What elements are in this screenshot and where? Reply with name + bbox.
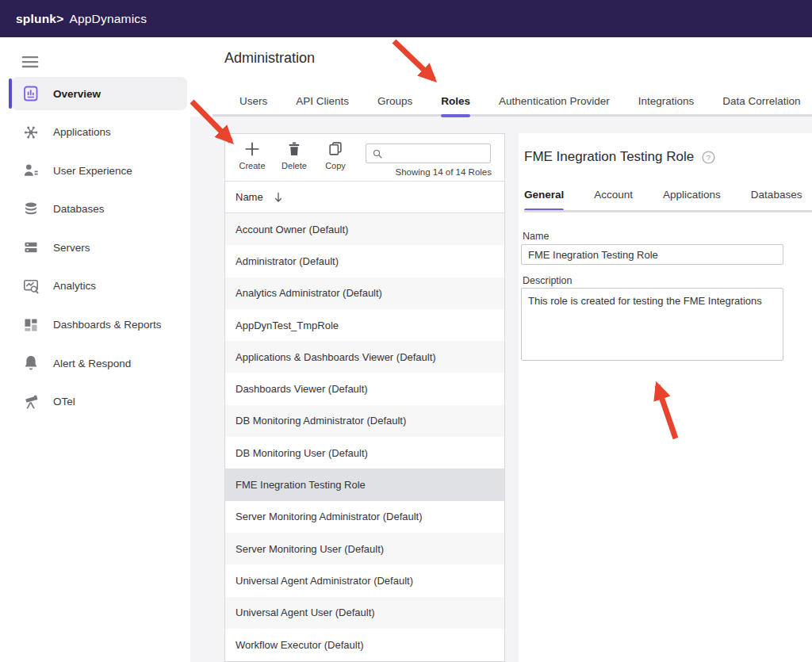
trash-icon: [285, 140, 303, 158]
tab-api-clients[interactable]: API Clients: [296, 95, 349, 117]
copy-icon: [327, 140, 344, 158]
role-row[interactable]: Analytics Administrator (Default): [225, 277, 504, 309]
detail-title-row: FME Inegration Testing Role ?: [524, 149, 716, 165]
showing-count-text: Showing 14 of 14 Roles: [396, 167, 492, 177]
role-row[interactable]: AppDynTest_TmpRole: [225, 309, 504, 341]
tab-data-correlation[interactable]: Data Correlation: [722, 95, 800, 117]
role-name: Applications & Dashboards Viewer (Defaul…: [236, 351, 436, 363]
user-experience-icon: [21, 161, 40, 180]
detail-tab-account[interactable]: Account: [594, 189, 633, 211]
role-name: Analytics Administrator (Default): [236, 287, 382, 299]
role-detail-title: FME Inegration Testing Role: [524, 149, 694, 165]
active-indicator: [9, 78, 12, 109]
create-button-label: Create: [239, 161, 265, 170]
name-column-header[interactable]: Name: [225, 182, 504, 213]
role-row[interactable]: Server Monitoring User (Default): [225, 533, 504, 564]
detail-tab-general[interactable]: General: [524, 189, 564, 211]
delete-button[interactable]: Delete: [275, 140, 313, 170]
tab-groups[interactable]: Groups: [377, 95, 412, 117]
role-name: DB Monitoring Administrator (Default): [236, 415, 406, 427]
sidebar-item-servers[interactable]: Servers: [11, 231, 187, 264]
splunk-logo: splunk>: [16, 12, 63, 25]
databases-icon: [21, 200, 40, 219]
admin-header: Administration UsersAPI ClientsGroupsRol…: [190, 37, 812, 117]
role-detail-panel: FME Inegration Testing Role ? GeneralAcc…: [519, 133, 812, 662]
name-column-label: Name: [236, 191, 263, 203]
roles-search-box: [366, 143, 491, 163]
sidebar-item-alert-respond[interactable]: Alert & Respond: [11, 346, 187, 380]
plus-icon: [243, 140, 261, 158]
sidebar-item-label: Servers: [53, 242, 90, 254]
search-input[interactable]: [387, 145, 482, 162]
role-name: AppDynTest_TmpRole: [236, 320, 339, 331]
applications-icon: [21, 123, 40, 142]
create-button[interactable]: Create: [233, 140, 271, 170]
role-row[interactable]: Universal Agent User (Default): [225, 597, 504, 629]
sidebar-item-dashboards-reports[interactable]: Dashboards & Reports: [11, 308, 187, 342]
description-field-label: Description: [523, 275, 573, 286]
alert-respond-icon: [21, 354, 40, 373]
tab-roles[interactable]: Roles: [441, 95, 470, 117]
role-name-input[interactable]: [521, 244, 783, 265]
dashboards-reports-icon: [21, 316, 40, 335]
tab-users[interactable]: Users: [239, 95, 267, 117]
role-description-textarea[interactable]: [521, 288, 783, 361]
sidebar-item-overview[interactable]: Overview: [11, 77, 187, 110]
sidebar-item-label: Analytics: [53, 280, 96, 292]
roles-toolbar: Create Delete Copy Showing 14 of 14 Role…: [225, 134, 504, 182]
admin-tabs: UsersAPI ClientsGroupsRolesAuthenticatio…: [239, 95, 801, 117]
detail-tabs: GeneralAccountApplicationsDatabases: [524, 189, 802, 211]
topbar: splunk>AppDynamics: [0, 0, 812, 37]
tab-authentication-provider[interactable]: Authentication Provider: [499, 95, 610, 117]
servers-icon: [21, 238, 40, 257]
otel-icon: [21, 392, 40, 411]
role-name: Universal Agent User (Default): [236, 607, 375, 618]
role-row[interactable]: Account Owner (Default): [225, 213, 504, 245]
sidebar-item-label: Databases: [53, 203, 105, 215]
sidebar-item-label: Alert & Respond: [53, 358, 131, 369]
roles-panel: Create Delete Copy Showing 14 of 14 Role…: [224, 133, 505, 662]
sidebar-item-databases[interactable]: Databases: [11, 193, 187, 226]
copy-button-label: Copy: [325, 161, 346, 170]
help-icon[interactable]: ?: [701, 150, 716, 165]
role-name: Universal Agent Administrator (Default): [236, 575, 413, 587]
tab-integrations[interactable]: Integrations: [638, 95, 695, 117]
delete-button-label: Delete: [282, 161, 307, 170]
role-name: DB Monitoring User (Default): [236, 447, 368, 459]
role-row[interactable]: Applications & Dashboards Viewer (Defaul…: [225, 341, 504, 373]
role-row[interactable]: DB Monitoring Administrator (Default): [225, 405, 504, 437]
copy-button[interactable]: Copy: [316, 140, 354, 170]
roles-list: Account Owner (Default)Administrator (De…: [225, 213, 504, 661]
detail-tab-track: [524, 210, 812, 212]
role-row[interactable]: Universal Agent Administrator (Default): [225, 564, 504, 596]
role-row[interactable]: Administrator (Default): [225, 245, 504, 277]
page-title: Administration: [224, 50, 315, 67]
role-name: Account Owner (Default): [236, 224, 348, 235]
sidebar-item-label: Dashboards & Reports: [53, 319, 162, 331]
svg-text:?: ?: [707, 152, 710, 161]
role-row[interactable]: DB Monitoring User (Default): [225, 437, 504, 469]
role-name: Server Monitoring Administrator (Default…: [236, 511, 423, 522]
role-row[interactable]: Workflow Executor (Default): [225, 629, 504, 660]
role-name: Administrator (Default): [236, 255, 339, 267]
role-name: Workflow Executor (Default): [236, 639, 364, 651]
hamburger-menu-button[interactable]: [21, 54, 39, 68]
sidebar-item-analytics[interactable]: Analytics: [11, 270, 187, 303]
product-name: AppDynamics: [69, 12, 147, 25]
analytics-icon: [21, 277, 40, 296]
overview-icon: [21, 84, 40, 103]
sort-descending-icon: [271, 190, 285, 205]
detail-tab-applications[interactable]: Applications: [663, 189, 721, 211]
detail-tab-databases[interactable]: Databases: [751, 189, 802, 211]
role-row[interactable]: Dashboards Viewer (Default): [225, 373, 504, 404]
sidebar-item-user-experience[interactable]: User Experience: [11, 154, 187, 187]
role-row[interactable]: FME Inegration Testing Role: [225, 469, 504, 500]
sidebar: OverviewApplicationsUser ExperienceDatab…: [0, 37, 190, 662]
role-row[interactable]: Server Monitoring Administrator (Default…: [225, 501, 504, 533]
sidebar-item-otel[interactable]: OTel: [11, 385, 187, 419]
brand-logo: splunk>AppDynamics: [16, 12, 147, 26]
hamburger-icon: [21, 54, 39, 71]
sidebar-item-label: OTel: [53, 396, 75, 408]
name-field-label: Name: [523, 231, 549, 242]
sidebar-item-applications[interactable]: Applications: [11, 116, 187, 149]
